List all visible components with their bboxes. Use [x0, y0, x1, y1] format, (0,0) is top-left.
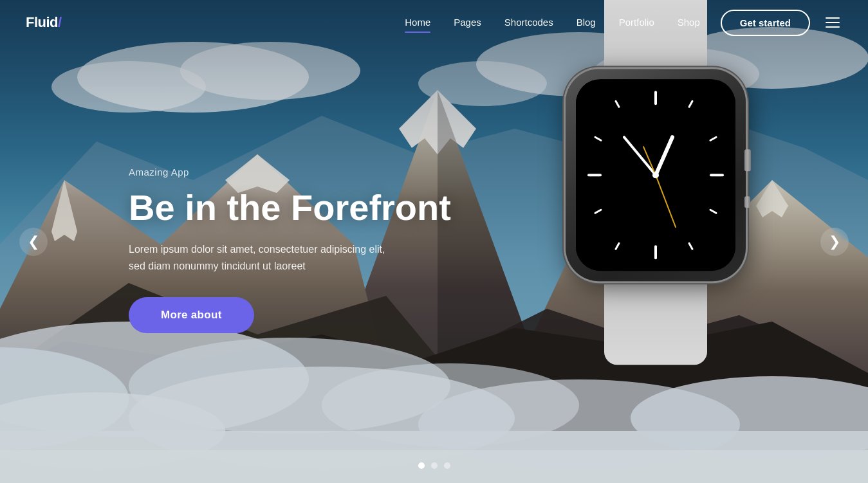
- hero-content: Amazing App Be in the Forefront Lorem ip…: [129, 167, 451, 334]
- watch-product-image: [546, 69, 765, 429]
- get-started-button[interactable]: Get started: [721, 10, 810, 36]
- nav-item-pages[interactable]: Pages: [454, 17, 481, 28]
- slide-dot-3[interactable]: [444, 462, 450, 469]
- watch-face-inner: [576, 79, 735, 271]
- nav-link-shortcodes[interactable]: Shortcodes: [504, 17, 553, 30]
- hero-subtitle: Amazing App: [129, 167, 451, 178]
- hamburger-line-1: [826, 17, 840, 19]
- watch-case: [566, 69, 746, 281]
- logo-text: Fluid: [26, 14, 58, 31]
- slide-dot-1[interactable]: [418, 462, 425, 469]
- more-about-button[interactable]: More about: [129, 297, 254, 333]
- hero-desc-line2: sed diam nonummy tincidunt ut laoreet: [129, 260, 306, 271]
- hamburger-line-3: [826, 26, 840, 28]
- hero-desc-line1: Lorem ipsum dolor sit amet, consectetuer…: [129, 244, 385, 255]
- logo[interactable]: Fluid/: [26, 14, 62, 31]
- logo-slash: /: [58, 14, 62, 31]
- navbar: Fluid/ Home Pages Shortcodes Blog Portfo…: [0, 0, 868, 45]
- hero-title: Be in the Forefront: [129, 188, 451, 228]
- watch-face: [576, 79, 735, 271]
- svg-point-49: [652, 172, 659, 178]
- hamburger-menu[interactable]: [823, 15, 842, 30]
- hero-description: Lorem ipsum dolor sit amet, consectetuer…: [129, 241, 451, 274]
- slide-dot-2[interactable]: [431, 462, 438, 469]
- watch-band-bottom: [604, 275, 707, 365]
- nav-item-shop[interactable]: Shop: [678, 17, 700, 28]
- nav-item-blog[interactable]: Blog: [577, 17, 596, 28]
- nav-link-shop[interactable]: Shop: [678, 17, 700, 30]
- hamburger-line-2: [826, 22, 840, 23]
- slide-dots: [418, 462, 450, 469]
- nav-item-shortcodes[interactable]: Shortcodes: [504, 17, 553, 28]
- hero-section: Fluid/ Home Pages Shortcodes Blog Portfo…: [0, 0, 868, 483]
- nav-item-portfolio[interactable]: Portfolio: [619, 17, 654, 28]
- nav-link-home[interactable]: Home: [405, 17, 430, 30]
- prev-slide-button[interactable]: ❮: [19, 228, 48, 256]
- clock-face-svg: [576, 79, 735, 271]
- next-slide-button[interactable]: ❯: [820, 228, 849, 256]
- watch-side-button: [744, 196, 750, 208]
- nav-link-blog[interactable]: Blog: [577, 17, 596, 30]
- watch-crown: [744, 149, 751, 171]
- next-arrow-icon: ❯: [829, 233, 840, 250]
- nav-item-home[interactable]: Home: [405, 17, 430, 28]
- watch: [566, 69, 746, 281]
- nav-link-portfolio[interactable]: Portfolio: [619, 17, 654, 30]
- nav-link-pages[interactable]: Pages: [454, 17, 481, 30]
- prev-arrow-icon: ❮: [28, 233, 39, 250]
- nav-links: Home Pages Shortcodes Blog Portfolio Sho…: [405, 17, 700, 28]
